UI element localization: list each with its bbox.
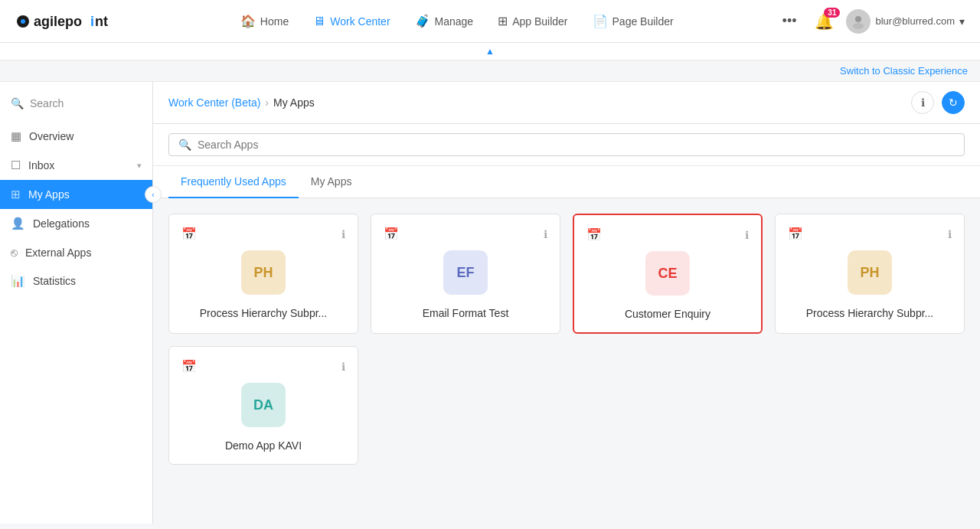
- delegations-icon: 👤: [11, 217, 25, 230]
- app-info-icon-app3[interactable]: ℹ: [745, 229, 749, 241]
- user-menu[interactable]: blur@blurred.com ▾: [846, 9, 965, 34]
- app-avatar-app1: PH: [241, 250, 286, 295]
- app-card-app5[interactable]: 📅 ℹ DA Demo App KAVI: [168, 346, 358, 465]
- search-bar-wrapper: 🔍: [153, 124, 980, 166]
- sidebar-label-inbox: Inbox: [28, 159, 129, 171]
- search-apps-icon: 🔍: [178, 139, 191, 151]
- avatar: [846, 9, 871, 34]
- app-card-app1[interactable]: 📅 ℹ PH Process Hierarchy Subpr...: [168, 214, 358, 334]
- svg-text:nt: nt: [95, 14, 108, 29]
- statistics-icon: 📊: [11, 274, 25, 288]
- nav-home-label: Home: [260, 15, 289, 28]
- tab-frequently-used[interactable]: Frequently Used Apps: [168, 166, 299, 198]
- svg-point-5: [855, 16, 861, 22]
- app-card-top: 📅 ℹ: [586, 227, 749, 242]
- tabs-bar: Frequently Used Apps My Apps: [153, 166, 980, 198]
- briefcase-icon: 🧳: [415, 14, 430, 28]
- nav-right: ••• 🔔 31 blur@blurred.com ▾: [776, 9, 965, 34]
- logo[interactable]: agilepo i nt: [15, 9, 115, 34]
- nav-workcenter-label: Work Center: [330, 15, 390, 28]
- nav-more-button[interactable]: •••: [776, 10, 803, 32]
- svg-text:i: i: [90, 14, 94, 29]
- sidebar-item-externalapps[interactable]: ⎋ External Apps: [0, 238, 152, 266]
- switch-classic-link[interactable]: Switch to Classic Experience: [0, 60, 980, 82]
- nav-pagebuilder-label: Page Builder: [612, 15, 674, 28]
- inbox-icon: ☐: [11, 158, 21, 172]
- breadcrumb-parent[interactable]: Work Center (Beta): [168, 96, 260, 109]
- nav-items: 🏠 Home 🖥 Work Center 🧳 Manage ⊞ App Buil…: [138, 8, 776, 34]
- app-name-app4: Process Hierarchy Subpr...: [788, 307, 952, 319]
- refresh-button[interactable]: ↻: [942, 91, 965, 114]
- nav-workcenter[interactable]: 🖥 Work Center: [302, 8, 400, 34]
- app-card-top: 📅 ℹ: [384, 227, 547, 241]
- inbox-chevron-icon: ▾: [137, 161, 142, 171]
- user-dropdown-icon: ▾: [959, 15, 965, 28]
- search-bar: 🔍: [168, 133, 965, 156]
- header-actions: ℹ ↻: [911, 91, 965, 114]
- sidebar-item-inbox[interactable]: ☐ Inbox ▾: [0, 151, 152, 180]
- sidebar-item-myapps[interactable]: ⊞ My Apps ‹: [0, 180, 152, 209]
- sidebar-label-myapps: My Apps: [28, 188, 142, 201]
- app-name-app2: Email Format Test: [384, 307, 547, 319]
- app-info-icon-app2[interactable]: ℹ: [544, 228, 547, 240]
- notification-badge: 31: [824, 8, 840, 18]
- calendar-icon: 📅: [586, 227, 602, 242]
- nav-collapse-bar[interactable]: ▲: [0, 43, 980, 60]
- search-icon: 🔍: [11, 97, 24, 109]
- app-card-app3[interactable]: 📅 ℹ CE Customer Enquiry: [573, 214, 763, 334]
- nav-pagebuilder[interactable]: 📄 Page Builder: [582, 8, 684, 34]
- tab-my-apps[interactable]: My Apps: [299, 166, 364, 198]
- content-header: Work Center (Beta) › My Apps ℹ ↻: [153, 82, 980, 124]
- nav-home[interactable]: 🏠 Home: [230, 8, 299, 34]
- sidebar-label-overview: Overview: [29, 130, 142, 142]
- svg-point-1: [21, 19, 25, 24]
- sidebar-search-label: Search: [30, 97, 64, 109]
- main-content: Work Center (Beta) › My Apps ℹ ↻ 🔍 Frequ…: [153, 82, 980, 524]
- app-name-app1: Process Hierarchy Subpr...: [181, 307, 345, 319]
- app-card-app2[interactable]: 📅 ℹ EF Email Format Test: [371, 214, 560, 334]
- app-info-icon-app4[interactable]: ℹ: [948, 228, 952, 240]
- svg-point-6: [853, 23, 864, 29]
- app-card-top: 📅 ℹ: [788, 227, 952, 241]
- app-avatar-app3: CE: [645, 251, 690, 296]
- main-layout: 🔍 Search ▦ Overview ☐ Inbox ▾ ⊞ My Apps …: [0, 82, 980, 524]
- chevron-up-icon: ▲: [485, 46, 495, 57]
- sidebar-label-statistics: Statistics: [33, 275, 142, 287]
- app-avatar-app2: EF: [443, 250, 488, 295]
- nav-appbuilder-label: App Builder: [512, 15, 567, 28]
- breadcrumb: Work Center (Beta) › My Apps: [168, 96, 315, 109]
- app-card-top: 📅 ℹ: [181, 227, 345, 241]
- app-info-icon-app1[interactable]: ℹ: [341, 228, 345, 240]
- externalapps-icon: ⎋: [11, 246, 18, 259]
- app-card-app4[interactable]: 📅 ℹ PH Process Hierarchy Subpr...: [775, 214, 965, 334]
- sidebar-item-delegations[interactable]: 👤 Delegations: [0, 209, 152, 238]
- info-button[interactable]: ℹ: [911, 91, 934, 114]
- top-nav: agilepo i nt 🏠 Home 🖥 Work Center 🧳 Mana…: [0, 0, 980, 43]
- breadcrumb-separator: ›: [265, 96, 269, 109]
- app-name-app3: Customer Enquiry: [586, 308, 749, 320]
- app-name-app5: Demo App KAVI: [181, 439, 345, 452]
- calendar-icon: 📅: [181, 227, 197, 241]
- monitor-icon: 🖥: [313, 15, 325, 28]
- app-avatar-app5: DA: [241, 383, 286, 427]
- sidebar-label-delegations: Delegations: [33, 217, 142, 230]
- myapps-icon: ⊞: [11, 188, 21, 201]
- nav-manage[interactable]: 🧳 Manage: [404, 8, 485, 34]
- sidebar-search[interactable]: 🔍 Search: [0, 90, 152, 122]
- page-icon: 📄: [593, 14, 608, 28]
- notification-bell[interactable]: 🔔 31: [815, 12, 834, 31]
- search-apps-input[interactable]: [198, 139, 955, 151]
- user-name: blur@blurred.com: [875, 15, 955, 27]
- overview-icon: ▦: [11, 129, 21, 143]
- calendar-icon: 📅: [181, 359, 197, 374]
- svg-text:agilepo: agilepo: [34, 14, 82, 29]
- sidebar-item-overview[interactable]: ▦ Overview: [0, 122, 152, 151]
- app-card-top: 📅 ℹ: [181, 359, 345, 374]
- calendar-icon: 📅: [788, 227, 803, 241]
- sidebar-item-statistics[interactable]: 📊 Statistics: [0, 266, 152, 296]
- app-info-icon-app5[interactable]: ℹ: [341, 361, 345, 373]
- nav-appbuilder[interactable]: ⊞ App Builder: [487, 8, 578, 34]
- breadcrumb-current: My Apps: [273, 96, 315, 109]
- apps-grid: 📅 ℹ PH Process Hierarchy Subpr... 📅 ℹ EF…: [153, 198, 980, 480]
- sidebar-collapse-button[interactable]: ‹: [145, 186, 162, 203]
